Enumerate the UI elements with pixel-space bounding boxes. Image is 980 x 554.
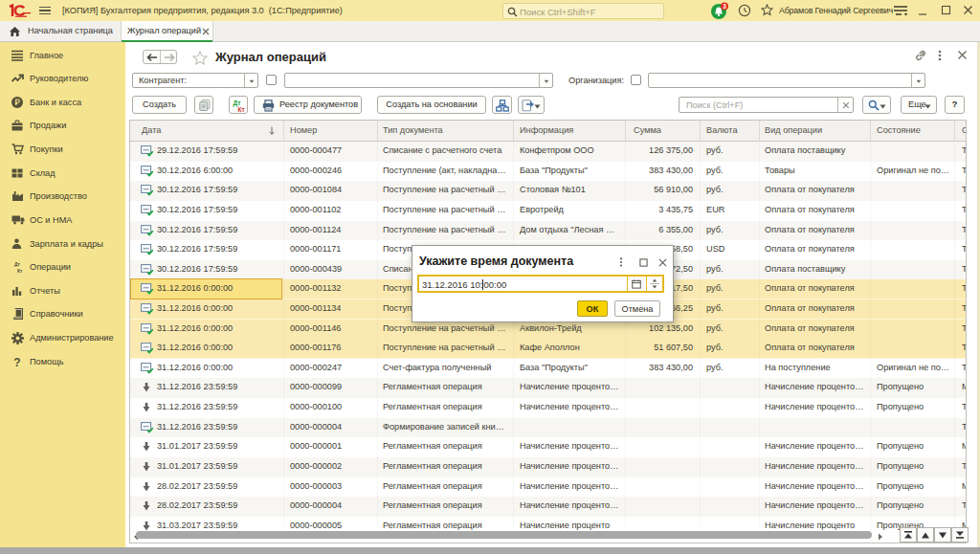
- svg-text:3: 3: [723, 3, 726, 10]
- svg-text:?: ?: [13, 356, 20, 368]
- svg-text:Кт: Кт: [17, 268, 23, 274]
- svg-text:Кт: Кт: [238, 106, 245, 113]
- svg-text:Дт: Дт: [14, 261, 21, 267]
